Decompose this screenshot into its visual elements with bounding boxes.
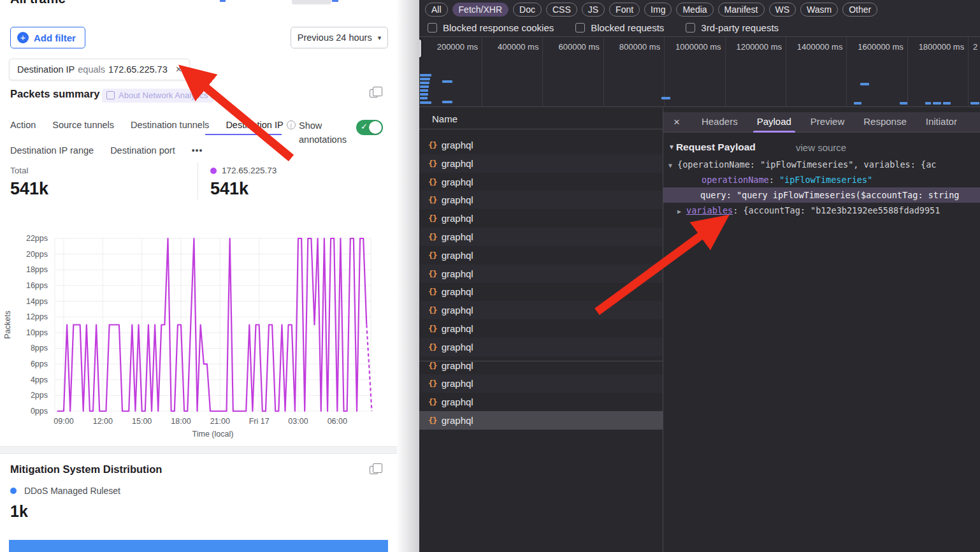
add-filter-button[interactable]: + Add filter (10, 27, 85, 48)
devtools-resize-handle[interactable] (419, 38, 422, 59)
packets-tabs-row2: Destination IP rangeDestination port••• (10, 145, 203, 156)
checkbox-blocked-requests[interactable]: Blocked requests (575, 22, 664, 33)
details-tab-payload[interactable]: Payload (757, 112, 791, 133)
close-icon[interactable]: × (674, 116, 680, 129)
filter-pill-doc[interactable]: Doc (513, 3, 542, 17)
about-network-analytics-badge[interactable]: About Network Analytics (102, 89, 214, 103)
timeline-tick-label: 1800000 ms (893, 42, 964, 52)
checkbox-icon[interactable] (428, 23, 437, 33)
book-icon (106, 91, 115, 99)
request-row[interactable]: {}graphql (419, 173, 663, 191)
request-name: graphql (442, 231, 473, 242)
json-request-icon: {} (428, 177, 437, 187)
tab-source-tunnels[interactable]: Source tunnels (52, 120, 114, 130)
request-row[interactable]: {}graphql (419, 191, 663, 209)
filter-pill-other[interactable]: Other (842, 3, 877, 17)
payload-segment: variables (686, 205, 733, 215)
info-icon[interactable]: i (287, 120, 296, 129)
filter-pill-js[interactable]: JS (582, 3, 605, 17)
request-row[interactable]: {}graphql (419, 411, 663, 430)
request-payload-header[interactable]: ▼Request Payload (668, 142, 756, 153)
checkbox-blocked-response-cookies[interactable]: Blocked response cookies (428, 22, 554, 33)
load-event-line (419, 361, 663, 361)
filter-pill-ws[interactable]: WS (769, 3, 796, 17)
request-row[interactable]: {}graphql (419, 393, 663, 411)
show-annotations-toggle[interactable]: ✓ (356, 120, 383, 135)
request-activity-mark (420, 85, 429, 88)
collapse-icon[interactable]: ▼ (668, 158, 677, 172)
request-activity-mark (661, 97, 670, 99)
filter-chip[interactable]: Destination IP equals 172.65.225.73 × (9, 59, 190, 80)
request-row[interactable]: {}graphql (419, 282, 663, 301)
checkbox-icon[interactable] (575, 23, 585, 33)
details-tab-response[interactable]: Response (863, 112, 907, 133)
payload-tree-line[interactable]: operationName: "ipFlowTimeseries" (663, 172, 980, 187)
payload-tree-line[interactable]: ▼{operationName: "ipFlowTimeseries", var… (663, 157, 980, 172)
filter-pill-css[interactable]: CSS (546, 3, 577, 17)
request-name: graphql (442, 177, 473, 187)
checkbox-3rd-party-requests[interactable]: 3rd-party requests (686, 22, 779, 33)
filter-pill-wasm[interactable]: Wasm (800, 3, 838, 17)
details-tab-headers[interactable]: Headers (702, 112, 738, 133)
mitigation-legend: DDoS Managed Ruleset (10, 486, 120, 496)
panel-gap (397, 0, 419, 552)
json-request-icon: {} (428, 287, 437, 296)
legend-dot-icon (210, 168, 217, 174)
request-row[interactable]: {}graphql (419, 338, 663, 356)
remove-filter-icon[interactable]: × (176, 64, 182, 75)
stat-label: Total (10, 166, 29, 175)
request-row[interactable]: {}graphql (419, 356, 663, 375)
check-icon: ✓ (361, 122, 368, 131)
payload-tree-line[interactable]: query: "query ipFlowTimeseries($accountT… (663, 187, 980, 203)
expand-icon[interactable]: ▶ (677, 204, 686, 218)
tabs-overflow-button[interactable]: ••• (192, 145, 203, 156)
view-source-link[interactable]: view source (796, 142, 846, 153)
mitigation-value: 1k (10, 502, 28, 521)
legend-dot-icon (10, 488, 17, 494)
details-tab-initiator[interactable]: Initiator (926, 112, 957, 133)
clock-icon: ◷ (210, 89, 219, 101)
payload-tree: ▼{operationName: "ipFlowTimeseries", var… (663, 157, 980, 218)
copy-panel-icon[interactable] (370, 89, 378, 98)
filter-pill-all[interactable]: All (425, 3, 448, 17)
filter-pill-fetchxhr[interactable]: Fetch/XHR (452, 3, 508, 17)
request-row[interactable]: {}graphql (419, 154, 663, 173)
details-tab-preview[interactable]: Preview (811, 112, 844, 133)
filter-pill-media[interactable]: Media (676, 3, 713, 17)
request-row[interactable]: {}graphql (419, 228, 663, 246)
svg-text:Packets: Packets (3, 310, 12, 338)
filter-pill-manifest[interactable]: Manifest (718, 3, 765, 17)
request-row[interactable]: {}graphql (419, 265, 663, 283)
request-row[interactable]: {}graphql (419, 301, 663, 319)
time-range-dropdown[interactable]: Previous 24 hours ▾ (291, 27, 388, 48)
network-timeline-overview[interactable]: 200000 ms400000 ms600000 ms800000 ms1000… (419, 37, 980, 107)
tab-action[interactable]: Action (10, 120, 36, 130)
tab-destination-ip[interactable]: Destination IPi (226, 120, 295, 130)
clipped-toolbar-artifact (292, 0, 331, 4)
copy-panel-icon[interactable] (370, 466, 378, 474)
chevron-down-icon: ▾ (378, 34, 382, 42)
svg-text:18:00: 18:00 (171, 417, 191, 426)
json-request-icon: {} (428, 232, 437, 242)
tab-destination-port[interactable]: Destination port (110, 145, 175, 156)
request-row[interactable]: {}graphql (419, 319, 663, 338)
mitigation-title: Mitigation System Distribution (10, 463, 162, 476)
request-name: graphql (442, 323, 473, 334)
request-row[interactable]: {}graphql (419, 246, 663, 265)
request-row[interactable]: {}graphql (419, 374, 663, 393)
request-row[interactable]: {}graphql (419, 136, 663, 154)
tab-destination-ip-range[interactable]: Destination IP range (10, 145, 94, 156)
filter-pill-img[interactable]: Img (644, 3, 672, 17)
svg-text:8pps: 8pps (31, 344, 48, 352)
stat-label-text: Total (10, 166, 29, 175)
filter-pill-font[interactable]: Font (609, 3, 640, 17)
tab-destination-tunnels[interactable]: Destination tunnels (131, 120, 209, 130)
payload-tree-line[interactable]: ▶variables: {accountTag: "b12e3b2192ee55… (663, 203, 980, 218)
name-column-header[interactable]: Name (419, 108, 663, 129)
request-row[interactable]: {}graphql (419, 209, 663, 228)
svg-text:22pps: 22pps (26, 234, 48, 243)
badge-label: About Network Analytics (119, 91, 208, 100)
name-column-label: Name (432, 113, 458, 124)
checkbox-icon[interactable] (686, 23, 695, 33)
svg-text:18pps: 18pps (26, 265, 48, 274)
